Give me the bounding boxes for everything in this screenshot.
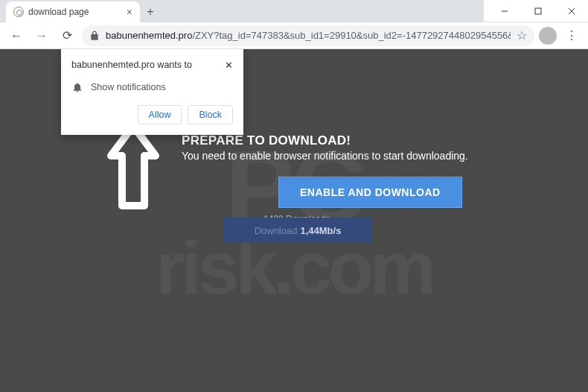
notification-permission-label: Show notifications: [91, 82, 166, 92]
back-button[interactable]: ←: [6, 25, 27, 46]
download-speed-label: Download: [255, 225, 298, 236]
bookmark-star-icon[interactable]: ☆: [517, 28, 527, 42]
page-content: PC risk.com babunenhemted.pro wants to ✕…: [0, 49, 588, 392]
tab-title: download page: [28, 7, 122, 17]
new-tab-button[interactable]: +: [140, 1, 161, 22]
download-prompt: PREPARE TO DOWNLOAD! You need to enable …: [182, 133, 468, 224]
profile-avatar[interactable]: [539, 27, 557, 45]
download-speed-button[interactable]: Download 1,44Mb/s: [223, 218, 372, 243]
notification-permission-popup: babunenhemted.pro wants to ✕ Show notifi…: [61, 49, 243, 135]
bell-icon: [71, 81, 83, 93]
window-minimize-button[interactable]: [488, 0, 521, 22]
browser-tab[interactable]: download page ×: [6, 1, 140, 22]
block-button[interactable]: Block: [188, 105, 233, 124]
forward-button[interactable]: →: [31, 25, 52, 46]
notification-close-icon[interactable]: ✕: [225, 60, 233, 71]
reload-button[interactable]: ⟳: [57, 25, 77, 46]
url-text: babunenhemted.pro/ZXY?tag_id=747383&sub_…: [106, 30, 511, 41]
browser-toolbar: ← → ⟳ babunenhemted.pro/ZXY?tag_id=74738…: [0, 22, 588, 49]
tab-bar: download page × +: [0, 0, 484, 22]
allow-button[interactable]: Allow: [138, 105, 182, 124]
download-heading: PREPARE TO DOWNLOAD!: [182, 133, 468, 148]
window-close-button[interactable]: [555, 0, 588, 22]
watermark-line2: risk.com: [156, 234, 432, 301]
window-maximize-button[interactable]: [521, 0, 555, 22]
lock-icon: [89, 31, 100, 41]
download-subtext: You need to enable browser notifications…: [182, 150, 468, 162]
address-bar[interactable]: babunenhemted.pro/ZXY?tag_id=747383&sub_…: [82, 25, 534, 46]
up-arrow-icon: [107, 122, 159, 212]
download-speed-value: 1,44Mb/s: [300, 225, 341, 236]
svg-rect-1: [535, 8, 541, 14]
notification-origin-text: babunenhemted.pro wants to: [71, 60, 192, 71]
browser-menu-button[interactable]: ⋮: [561, 28, 582, 42]
globe-icon: [13, 7, 24, 17]
close-tab-icon[interactable]: ×: [127, 6, 132, 18]
enable-and-download-button[interactable]: ENABLE AND DOWNLOAD: [278, 177, 462, 208]
